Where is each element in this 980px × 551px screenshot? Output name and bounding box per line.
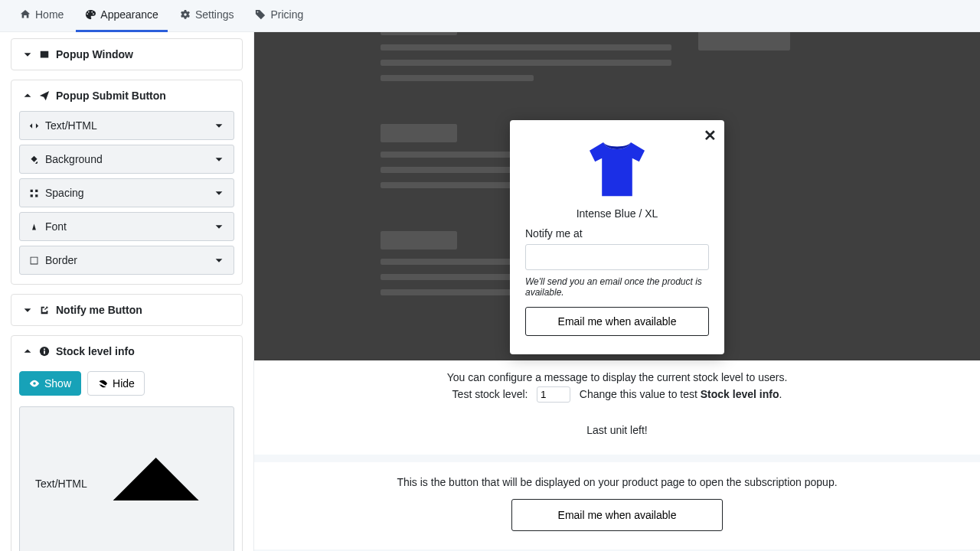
eye-slash-icon	[97, 378, 108, 389]
chevron-up-icon	[87, 415, 224, 551]
button-desc: This is the button that will be displaye…	[270, 476, 965, 488]
fill-icon	[29, 155, 39, 165]
chevron-down-icon	[22, 305, 33, 315]
panel-stock-info: Stock level info Show Hide Text/HTML	[11, 335, 243, 551]
info-icon	[39, 346, 50, 357]
test-label: Test stock level:	[452, 388, 528, 400]
test-stock-input[interactable]	[537, 386, 570, 403]
nav-settings[interactable]: Settings	[171, 0, 243, 32]
send-icon	[39, 90, 50, 101]
nav-appearance[interactable]: Appearance	[76, 0, 168, 32]
panel-popup-window-header[interactable]: Popup Window	[11, 39, 242, 70]
notify-label: Notify me at	[525, 227, 709, 240]
panel-title: Notify me Button	[56, 304, 142, 316]
email-input[interactable]	[525, 244, 709, 270]
helper-text: We'll send you an email once the product…	[525, 276, 709, 298]
last-unit-text: Last unit left!	[270, 424, 965, 436]
tshirt-icon	[583, 139, 652, 201]
acc-font[interactable]: Font	[19, 212, 234, 241]
acc-text-html-open[interactable]: Text/HTML	[19, 406, 234, 551]
nav-home-label: Home	[35, 8, 64, 21]
panel-popup-window: Popup Window	[11, 38, 243, 70]
chevron-up-icon	[22, 90, 33, 101]
panel-title: Popup Window	[56, 48, 133, 60]
acc-text-html[interactable]: Text/HTML	[19, 111, 234, 140]
nav-appearance-label: Appearance	[100, 8, 158, 21]
chevron-down-icon	[214, 255, 224, 266]
chevron-down-icon	[214, 120, 224, 131]
button-section: This is the button that will be displaye…	[254, 455, 980, 549]
acc-spacing[interactable]: Spacing	[19, 178, 234, 207]
nav-pricing-label: Pricing	[270, 8, 303, 21]
tag-icon	[255, 9, 266, 20]
close-icon[interactable]: ✕	[704, 126, 717, 145]
panel-title: Popup Submit Button	[56, 90, 166, 102]
border-icon	[29, 256, 39, 266]
config-section: You can configure a message to display t…	[254, 360, 980, 455]
sidebar: Popup Window Popup Submit Button Text/HT…	[0, 32, 254, 551]
config-msg: You can configure a message to display t…	[270, 371, 965, 383]
open-popup-button[interactable]: Email me when available	[511, 499, 724, 531]
panel-popup-submit-header[interactable]: Popup Submit Button	[11, 80, 242, 111]
panel-popup-submit: Popup Submit Button Text/HTML Background…	[11, 80, 243, 285]
eye-icon	[29, 378, 40, 389]
external-icon	[39, 305, 50, 315]
nav-settings-label: Settings	[195, 8, 234, 21]
nav-pricing[interactable]: Pricing	[246, 0, 312, 32]
spacing-icon	[29, 188, 39, 198]
chevron-down-icon	[214, 187, 224, 198]
code-icon	[29, 121, 39, 131]
home-icon	[20, 9, 31, 20]
chevron-down-icon	[214, 221, 224, 232]
nav-home[interactable]: Home	[11, 0, 73, 32]
panel-notify-button-header[interactable]: Notify me Button	[11, 295, 242, 325]
chevron-down-icon	[22, 49, 33, 60]
window-icon	[39, 49, 50, 60]
variant-label: Intense Blue / XL	[525, 207, 709, 220]
popup: ✕ Intense Blue / XL Notify me at We'll s…	[510, 120, 724, 354]
panel-title: Stock level info	[56, 345, 135, 357]
panel-notify-button: Notify me Button	[11, 294, 243, 326]
palette-icon	[85, 9, 96, 20]
change-prefix: Change this value to test	[580, 388, 701, 400]
change-bold: Stock level info	[701, 388, 779, 400]
top-nav: Home Appearance Settings Pricing	[0, 0, 980, 32]
panel-stock-info-header[interactable]: Stock level info	[11, 336, 242, 367]
chevron-down-icon	[214, 154, 224, 165]
submit-button[interactable]: Email me when available	[525, 307, 709, 336]
show-button[interactable]: Show	[19, 371, 81, 396]
hide-button[interactable]: Hide	[87, 371, 145, 396]
chevron-up-icon	[22, 346, 33, 357]
gear-icon	[180, 9, 191, 20]
acc-background[interactable]: Background	[19, 145, 234, 174]
font-icon	[29, 222, 39, 232]
preview-dark: ✕ Intense Blue / XL Notify me at We'll s…	[254, 32, 980, 360]
preview-area: ✕ Intense Blue / XL Notify me at We'll s…	[254, 32, 980, 551]
acc-border[interactable]: Border	[19, 246, 234, 275]
